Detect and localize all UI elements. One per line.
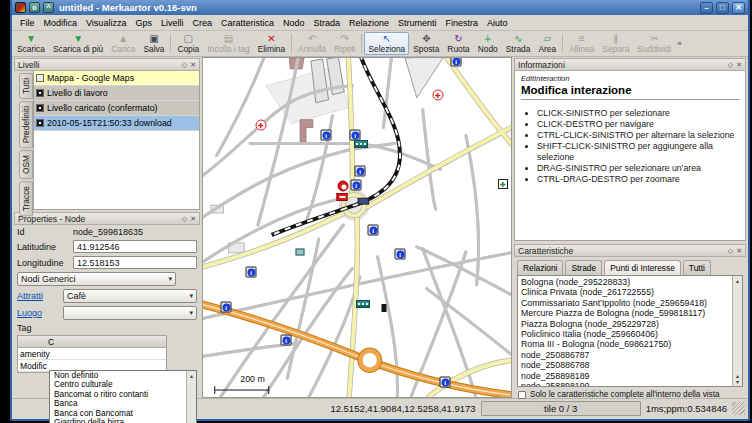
features-tab[interactable]: Punti di Interesse <box>604 260 681 275</box>
toolbar-button[interactable] <box>562 34 563 53</box>
side-tab[interactable]: Predefiniti <box>19 101 33 148</box>
map-poi[interactable] <box>440 377 451 388</box>
menu-item[interactable]: Caratteristica <box>217 17 278 29</box>
complete-features-option[interactable]: Solo le caratteristiche complete all'int… <box>514 387 746 399</box>
toolbar-button[interactable]: ✕ Elimina <box>254 32 289 55</box>
titlebar[interactable]: o ^ untitled - Merkaartor v0.16-svn – □ … <box>12 0 748 15</box>
features-tab[interactable]: Strade <box>565 260 602 275</box>
toolbar-button[interactable]: ∔ Nodo <box>474 32 502 55</box>
features-tab[interactable]: Tutti <box>683 260 711 275</box>
layer-visibility-icon[interactable] <box>36 119 44 127</box>
feature-item[interactable]: Piazza Bologna (node_295229728) <box>521 319 730 329</box>
map-poi[interactable] <box>354 140 368 148</box>
float-panel-icon[interactable]: ◇ <box>728 247 733 254</box>
toolbar-button[interactable]: ↷ Ripeti <box>330 32 359 55</box>
dropdown-scrollbar[interactable]: ▴ ▴▾ <box>186 371 196 423</box>
feature-item[interactable]: Mercure Piazza de Bologna (node_59981811… <box>521 308 730 318</box>
toolbar-button[interactable]: ↶ Annulla <box>294 32 330 55</box>
scroll-up-icon[interactable]: ▴ <box>190 372 193 379</box>
longitude-field[interactable]: 12.518153 <box>73 256 197 269</box>
menu-item[interactable]: Nodo <box>279 17 309 29</box>
menu-item[interactable]: Strada <box>309 17 344 29</box>
toolbar-button[interactable]: ∿ Strada <box>502 32 535 55</box>
map-poi[interactable] <box>433 90 444 101</box>
toolbar-button[interactable]: ↻ Ruota <box>443 32 473 55</box>
map-canvas[interactable]: 200 m <box>202 57 512 398</box>
toolbar-button[interactable]: ≡ Allinea <box>565 32 598 55</box>
toolbar-button[interactable]: ▢ Copia <box>173 32 203 55</box>
map-poi[interactable] <box>321 130 332 141</box>
layer-row[interactable]: Livello di lavoro <box>34 86 199 101</box>
scroll-up-icon[interactable]: ▴ <box>736 276 739 286</box>
map-poi[interactable] <box>382 304 387 312</box>
feature-item[interactable]: Bologna (node_295228833) <box>521 277 730 287</box>
float-panel-icon[interactable]: ◇ <box>728 61 733 68</box>
feature-item[interactable]: Roma III - Bologna (node_698621750) <box>521 339 730 349</box>
map-poi[interactable] <box>350 130 361 141</box>
menu-item[interactable]: Relazione <box>345 17 393 29</box>
side-tab[interactable]: OSM <box>19 150 33 179</box>
place-select[interactable]: ▾ <box>63 306 197 320</box>
menu-item[interactable]: Finestra <box>442 17 483 29</box>
close-panel-icon[interactable]: ✕ <box>190 215 196 222</box>
tag-row[interactable]: amenity <box>18 348 166 360</box>
map-poi[interactable] <box>296 249 305 256</box>
toolbar-button[interactable]: ▱ Area <box>534 32 560 55</box>
close-panel-icon[interactable]: ✕ <box>736 61 742 68</box>
node-type-select[interactable]: Nodi Generici ▾ <box>17 272 176 286</box>
window-shade-button[interactable]: o <box>29 2 40 13</box>
map-poi[interactable] <box>246 267 257 278</box>
map-poi[interactable] <box>337 193 348 201</box>
close-button[interactable]: ✕ <box>732 2 745 14</box>
dropdown-option[interactable]: Giardino della birra <box>50 418 196 423</box>
toolbar-button[interactable]: ✥ Sposta <box>409 32 443 55</box>
latitude-field[interactable]: 41.912546 <box>73 240 197 253</box>
side-tab[interactable]: Tracce <box>19 181 33 216</box>
scroll-down-icon[interactable]: ▾ <box>736 379 739 385</box>
layer-visibility-icon[interactable] <box>36 74 44 82</box>
menu-item[interactable]: Visualizza <box>82 17 130 29</box>
layer-visibility-icon[interactable] <box>36 104 44 112</box>
float-panel-icon[interactable]: ◇ <box>182 215 187 222</box>
features-tab[interactable]: Relazioni <box>517 260 563 275</box>
map-poi[interactable] <box>281 335 292 346</box>
features-list[interactable]: Bologna (node_295228833)Clinica Privata … <box>517 275 743 387</box>
menu-item[interactable]: Modifica <box>40 17 82 29</box>
layer-row[interactable]: 2010-05-15T21:50:33 download <box>34 116 199 131</box>
feature-item[interactable]: node_258898189 <box>521 371 730 381</box>
toolbar-button[interactable] <box>291 34 292 53</box>
toolbar-button[interactable] <box>361 34 362 53</box>
minimize-button[interactable]: – <box>700 2 713 14</box>
layer-row[interactable]: Mappa - Google Maps <box>34 71 199 86</box>
menu-item[interactable]: Crea <box>188 17 216 29</box>
menu-item[interactable]: Aiuto <box>483 17 512 29</box>
toolbar-button[interactable]: ∦ Separa <box>598 32 633 55</box>
layer-row[interactable]: Livello caricato (confermato) <box>34 101 199 116</box>
features-scrollbar[interactable]: ▴ ▴▾ <box>732 276 742 386</box>
side-tab[interactable]: Tutti <box>19 73 33 99</box>
float-panel-icon[interactable]: ◇ <box>182 61 187 68</box>
checkbox-icon[interactable] <box>518 391 526 399</box>
toolbar-button[interactable] <box>170 34 171 53</box>
toolbar-button[interactable]: ▣ Salva <box>139 32 168 55</box>
map-poi[interactable] <box>368 225 379 236</box>
toolbar-button[interactable]: ▤ Incolla i tag <box>203 32 253 55</box>
feature-item[interactable]: Clinica Privata (node_261722555) <box>521 287 730 297</box>
map-poi[interactable] <box>256 120 267 131</box>
map-poi[interactable] <box>395 249 406 260</box>
menu-item[interactable]: Strumenti <box>394 17 441 29</box>
map-poi[interactable] <box>351 180 362 191</box>
map-poi[interactable] <box>498 179 508 189</box>
map-poi[interactable] <box>356 300 370 308</box>
close-panel-icon[interactable]: ✕ <box>190 61 196 68</box>
toolbar-button[interactable]: ▼ Scarica di più <box>49 32 107 55</box>
close-panel-icon[interactable]: ✕ <box>736 247 742 254</box>
resize-grip-icon[interactable] <box>732 402 745 415</box>
maximize-button[interactable]: □ <box>716 2 729 14</box>
menu-item[interactable]: File <box>16 17 39 29</box>
amenity-link[interactable]: Attratti <box>17 291 59 301</box>
map-poi[interactable] <box>451 57 462 67</box>
toolbar-button[interactable]: ✂ Suddividi <box>633 32 675 55</box>
feature-item[interactable]: Policlinico Italia (node_259660406) <box>521 329 730 339</box>
layer-visibility-icon[interactable] <box>36 89 44 97</box>
